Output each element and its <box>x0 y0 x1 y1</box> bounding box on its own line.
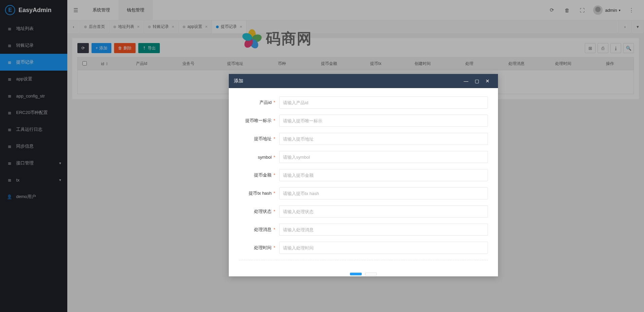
form-label-2: 提币地址 * <box>239 136 279 142</box>
form-row-5: 提币tx hash * <box>239 187 488 199</box>
form-label-7: 处理消息 * <box>239 227 279 233</box>
modal-header[interactable]: 添加 — ▢ ✕ <box>229 74 498 88</box>
form-label-3: symbol * <box>239 155 279 160</box>
form-row-2: 提币地址 * <box>239 133 488 145</box>
required-mark: * <box>274 245 275 250</box>
required-mark: * <box>274 172 275 178</box>
modal-minimize-icon[interactable]: — <box>461 78 471 84</box>
cancel-button-peek[interactable] <box>365 273 377 275</box>
form-label-6: 处理状态 * <box>239 208 279 214</box>
required-mark: * <box>274 227 275 232</box>
submit-button-peek[interactable] <box>350 273 362 275</box>
required-mark: * <box>274 191 275 196</box>
modal-footer-peek <box>239 267 488 275</box>
modal-title: 添加 <box>234 78 243 84</box>
form-row-1: 提币唯一标示 * <box>239 115 488 127</box>
modal-body: 产品id *提币唯一标示 *提币地址 *symbol *提币金额 *提币tx h… <box>229 88 498 276</box>
form-label-5: 提币tx hash * <box>239 190 279 196</box>
form-label-1: 提币唯一标示 * <box>239 118 279 124</box>
form-input-7[interactable] <box>279 224 488 236</box>
form-input-1[interactable] <box>279 115 488 127</box>
required-mark: * <box>274 209 275 214</box>
form-input-6[interactable] <box>279 205 488 218</box>
required-mark: * <box>274 136 275 141</box>
add-modal: 添加 — ▢ ✕ 产品id *提币唯一标示 *提币地址 *symbol *提币金… <box>229 74 498 276</box>
form-label-8: 处理时间 * <box>239 245 279 251</box>
form-label-4: 提币金额 * <box>239 172 279 178</box>
form-input-5[interactable] <box>279 187 488 199</box>
form-row-8: 处理时间 * <box>239 242 488 254</box>
form-row-7: 处理消息 * <box>239 224 488 236</box>
required-mark: * <box>274 118 275 123</box>
form-input-8[interactable] <box>279 242 488 254</box>
form-input-0[interactable] <box>279 96 488 109</box>
form-row-6: 处理状态 * <box>239 205 488 218</box>
modal-close-icon[interactable]: ✕ <box>482 78 493 84</box>
required-mark: * <box>274 100 275 105</box>
form-row-4: 提币金额 * <box>239 169 488 181</box>
modal-maximize-icon[interactable]: ▢ <box>471 78 482 84</box>
form-input-3[interactable] <box>279 151 488 163</box>
form-row-3: symbol * <box>239 151 488 163</box>
form-row-0: 产品id * <box>239 96 488 109</box>
required-mark: * <box>274 155 275 160</box>
form-input-4[interactable] <box>279 169 488 181</box>
form-label-0: 产品id * <box>239 100 279 106</box>
form-input-2[interactable] <box>279 133 488 145</box>
